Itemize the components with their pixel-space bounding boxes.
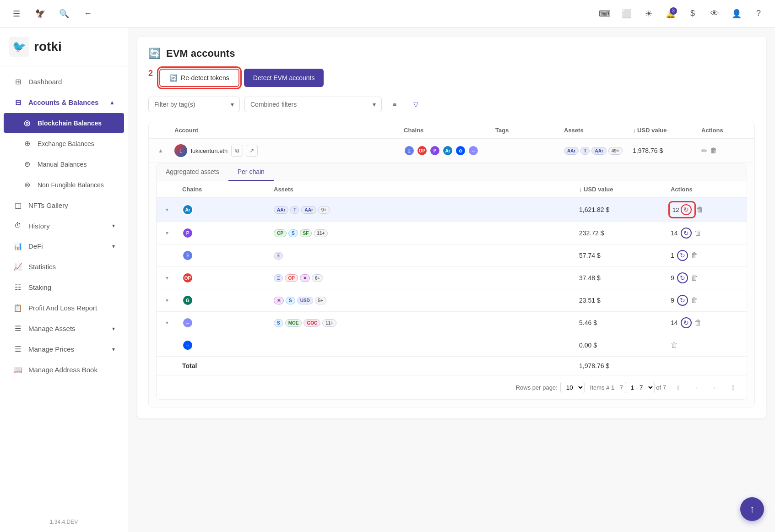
prices-chevron-icon: ▾ bbox=[112, 346, 115, 353]
combined-filter-label: Combined filters bbox=[250, 101, 297, 108]
sidebar-item-assets[interactable]: ☰ Manage Assets ▾ bbox=[4, 319, 124, 338]
pagination: Rows per page: 10 25 50 Items # bbox=[157, 375, 747, 399]
chain-delete-base[interactable]: 🗑 bbox=[671, 341, 678, 349]
chain-expand-optimism[interactable]: ▾ bbox=[164, 273, 182, 283]
funnel-filter-icon[interactable]: ▽ bbox=[407, 96, 424, 113]
theme-icon[interactable]: ☀ bbox=[641, 6, 656, 21]
open-external-button[interactable]: ↗ bbox=[246, 145, 258, 157]
manual-icon: ⊜ bbox=[22, 160, 32, 168]
chain-poly-icon: P bbox=[429, 145, 440, 156]
code-icon[interactable]: ⌨ bbox=[597, 6, 612, 21]
tab-aggregated-label: Aggregated assets bbox=[166, 168, 219, 175]
last-page-btn[interactable]: ⟫ bbox=[726, 381, 739, 394]
detect-evm-button[interactable]: Detect EVM accounts bbox=[244, 69, 324, 87]
sidebar-item-dashboard[interactable]: ⊞ Dashboard bbox=[4, 72, 124, 92]
chain-col-actions: Actions bbox=[671, 186, 739, 193]
sidebar-item-nfts[interactable]: ◫ NFTs Gallery bbox=[4, 195, 124, 215]
chain-expand-zksync[interactable]: ▾ bbox=[164, 318, 182, 328]
sidebar-item-staking[interactable]: ☷ Staking bbox=[4, 277, 124, 297]
sidebar-item-pl[interactable]: 📋 Profit And Loss Report bbox=[4, 298, 124, 318]
chain-refresh-optimism[interactable]: ↻ bbox=[677, 272, 688, 283]
scroll-top-fab[interactable]: ↑ bbox=[740, 497, 764, 521]
sidebar-item-statistics[interactable]: 📈 Statistics bbox=[4, 257, 124, 277]
chain-refresh-gnosis[interactable]: ↻ bbox=[677, 295, 688, 306]
currency-icon[interactable]: $ bbox=[685, 6, 700, 21]
accounts-chevron-icon: ▲ bbox=[109, 99, 115, 106]
chain-delete-zksync[interactable]: 🗑 bbox=[694, 319, 702, 327]
chain-refresh-zksync[interactable]: ↻ bbox=[681, 317, 692, 328]
combined-filter-chevron-icon: ▾ bbox=[373, 101, 376, 108]
tab-perchain[interactable]: Per chain bbox=[228, 163, 274, 181]
combined-filter-select[interactable]: Combined filters ▾ bbox=[244, 97, 382, 112]
hamburger-menu[interactable]: ☰ bbox=[9, 6, 24, 21]
sidebar-item-blockchain[interactable]: ◎ Blockchain Balances bbox=[4, 113, 124, 133]
search-icon[interactable]: 🔍 bbox=[57, 6, 71, 21]
sub-tabs: Aggregated assets Per chain bbox=[157, 163, 747, 181]
of-label: of bbox=[656, 384, 661, 391]
chain-refresh-polygon[interactable]: ↻ bbox=[681, 228, 692, 239]
sidebar-item-prices[interactable]: ☰ Manage Prices ▾ bbox=[4, 339, 124, 359]
rows-label: Rows per page: bbox=[516, 384, 558, 391]
items-range-select[interactable]: 1 - 7 bbox=[625, 382, 655, 393]
total-value: 1,978.76 $ bbox=[579, 362, 671, 369]
delete-account-icon[interactable]: 🗑 bbox=[710, 147, 717, 155]
asset-badge-2: T bbox=[580, 147, 590, 155]
sidebar-item-label: History bbox=[28, 222, 50, 230]
tag-filter-select[interactable]: Filter by tag(s) ▾ bbox=[148, 97, 240, 112]
sidebar-logo: 🐦 rotki bbox=[0, 27, 128, 66]
chain-refresh-arbitrum[interactable]: ↻ bbox=[681, 204, 692, 215]
sidebar-item-accounts[interactable]: ⊟ Accounts & Balances ▲ bbox=[4, 92, 124, 112]
evm-refresh-icon: 🔄 bbox=[148, 48, 161, 60]
chain-delete-polygon[interactable]: 🗑 bbox=[694, 229, 702, 237]
redetect-tokens-button[interactable]: 🔄 Re-detect tokens bbox=[159, 69, 239, 87]
chain-assets-optimism: Ξ OP ✕ 6+ bbox=[274, 274, 579, 282]
chain-col-chains: Chains bbox=[182, 186, 274, 193]
chain-usd-gnosis: 23.51 $ bbox=[579, 297, 671, 304]
chain-expand-gnosis[interactable]: ▾ bbox=[164, 295, 182, 305]
sidebar-item-manual[interactable]: ⊜ Manual Balances bbox=[4, 154, 124, 174]
total-items: 7 bbox=[663, 384, 666, 391]
back-icon[interactable]: ← bbox=[81, 6, 95, 21]
sidebar-item-addressbook[interactable]: 📖 Manage Address Book bbox=[4, 360, 124, 380]
chain-count-ethereum: 1 bbox=[671, 252, 674, 259]
sidebar-item-defi[interactable]: 📊 DeFi ▾ bbox=[4, 236, 124, 256]
page-header: 🔄 EVM accounts bbox=[148, 48, 755, 60]
sidebar-item-nonfungible[interactable]: ⊜ Non Fungible Balances bbox=[4, 175, 124, 195]
rows-per-page-select[interactable]: 10 25 50 bbox=[560, 382, 585, 393]
copy-address-button[interactable]: ⧉ bbox=[231, 145, 243, 157]
chain-delete-arbitrum[interactable]: 🗑 bbox=[696, 206, 704, 214]
chain-actions-gnosis: 9 ↻ 🗑 bbox=[671, 295, 739, 306]
prev-page-btn[interactable]: ‹ bbox=[690, 381, 703, 394]
avatar-icon[interactable]: 🦅 bbox=[33, 6, 48, 21]
sidebar-item-label: Accounts & Balances bbox=[28, 98, 98, 106]
annotation-2: 2 bbox=[148, 69, 153, 87]
chain-delete-optimism[interactable]: 🗑 bbox=[691, 274, 698, 282]
sidebar-item-history[interactable]: ⏱ History ▾ bbox=[4, 216, 124, 235]
first-page-btn[interactable]: ⟪ bbox=[672, 381, 684, 394]
browser-icon[interactable]: ⬜ bbox=[619, 6, 634, 21]
chain-expand-polygon[interactable]: ▾ bbox=[164, 228, 182, 238]
detect-evm-label: Detect EVM accounts bbox=[253, 74, 315, 81]
chain-usd-arbitrum: 1,621.82 $ bbox=[579, 206, 671, 213]
optimism-icon: OP bbox=[182, 272, 193, 283]
help-icon[interactable]: ? bbox=[751, 6, 766, 21]
eye-icon[interactable]: 👁 bbox=[707, 6, 722, 21]
chain-assets-polygon: CP S SF 11+ bbox=[274, 229, 579, 237]
chain-refresh-ethereum[interactable]: ↻ bbox=[677, 250, 688, 261]
tab-perchain-label: Per chain bbox=[238, 168, 265, 175]
chain-usd-ethereum: 57.74 $ bbox=[579, 252, 671, 259]
account-icon[interactable]: 👤 bbox=[729, 6, 744, 21]
next-page-btn[interactable]: › bbox=[708, 381, 721, 394]
sidebar-item-exchange[interactable]: ⊕ Exchange Balances bbox=[4, 134, 124, 153]
tab-aggregated[interactable]: Aggregated assets bbox=[157, 163, 228, 181]
chain-usd-zksync: 5.46 $ bbox=[579, 319, 671, 326]
edit-account-icon[interactable]: ✏ bbox=[701, 147, 707, 155]
chain-delete-gnosis[interactable]: 🗑 bbox=[691, 296, 698, 304]
chain-expand-arbitrum[interactable]: ▾ bbox=[164, 205, 182, 215]
chain-delete-ethereum[interactable]: 🗑 bbox=[691, 251, 698, 260]
row-expand-btn[interactable]: ▲ bbox=[156, 146, 174, 156]
column-filter-icon[interactable]: ≡ bbox=[386, 96, 403, 113]
notification-icon[interactable]: 🔔 3 bbox=[663, 6, 678, 21]
chain-usd-polygon: 232.72 $ bbox=[579, 229, 671, 237]
account-chains: Ξ OP P Ar ⊖ ↔ bbox=[404, 145, 495, 156]
